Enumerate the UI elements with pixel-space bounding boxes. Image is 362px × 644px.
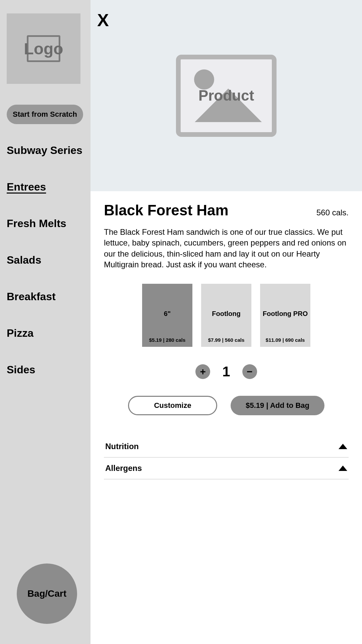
- sidebar-item-entrees[interactable]: Entrees: [7, 181, 84, 193]
- product-title: Black Forest Ham: [104, 202, 229, 219]
- size-meta: $11.09 | 690 cals: [266, 337, 305, 343]
- sidebar-item-pizza[interactable]: Pizza: [7, 327, 84, 339]
- size-name: Footlong: [201, 310, 251, 318]
- sidebar: Logo Start from Scratch Subway Series En…: [0, 0, 90, 644]
- product-description: The Black Forest Ham sandwich is one of …: [104, 227, 349, 270]
- logo-label: Logo: [24, 40, 63, 58]
- info-accordion: Nutrition Allergens: [104, 435, 349, 479]
- start-from-scratch-button[interactable]: Start from Scratch: [7, 105, 83, 124]
- accordion-allergens[interactable]: Allergens: [104, 458, 349, 479]
- accordion-label: Nutrition: [105, 442, 139, 451]
- quantity-increment-button[interactable]: +: [195, 364, 210, 379]
- size-option-footlong-pro[interactable]: Footlong PRO $11.09 | 690 cals: [260, 284, 310, 347]
- image-icon: [194, 69, 214, 90]
- action-row: Customize $5.19 | Add to Bag: [104, 396, 349, 415]
- sidebar-item-subway-series[interactable]: Subway Series: [7, 144, 84, 157]
- size-option-6inch[interactable]: 6" $5.19 | 280 cals: [142, 284, 192, 347]
- product-image-placeholder: Product: [176, 55, 277, 137]
- product-calories: 560 cals.: [316, 208, 349, 217]
- product-title-row: Black Forest Ham 560 cals.: [104, 202, 349, 219]
- size-name: 6": [142, 310, 192, 318]
- chevron-up-icon: [339, 444, 347, 449]
- size-option-footlong[interactable]: Footlong $7.99 | 560 cals: [201, 284, 251, 347]
- product-detail-panel: X Product Black Forest Ham 560 cals. The…: [90, 0, 362, 644]
- sidebar-item-sides[interactable]: Sides: [7, 364, 84, 376]
- size-meta: $5.19 | 280 cals: [149, 337, 185, 343]
- accordion-nutrition[interactable]: Nutrition: [104, 435, 349, 458]
- product-hero: X Product: [90, 0, 362, 191]
- size-meta: $7.99 | 560 cals: [208, 337, 244, 343]
- product-image-label: Product: [198, 87, 254, 104]
- chevron-up-icon: [339, 466, 347, 471]
- add-to-bag-button[interactable]: $5.19 | Add to Bag: [231, 396, 324, 415]
- quantity-value: 1: [222, 364, 230, 380]
- category-list: Subway Series Entrees Fresh Melts Salads…: [7, 144, 84, 376]
- accordion-label: Allergens: [105, 464, 142, 473]
- sidebar-item-breakfast[interactable]: Breakfast: [7, 290, 84, 303]
- quantity-stepper: + 1 −: [104, 364, 349, 380]
- cart-button[interactable]: Bag/Cart: [17, 564, 77, 624]
- quantity-decrement-button[interactable]: −: [242, 364, 257, 379]
- sidebar-item-salads[interactable]: Salads: [7, 254, 84, 266]
- close-icon[interactable]: X: [97, 10, 109, 30]
- logo-placeholder: Logo: [7, 13, 80, 84]
- sidebar-item-fresh-melts[interactable]: Fresh Melts: [7, 217, 84, 230]
- product-content: Black Forest Ham 560 cals. The Black For…: [90, 191, 362, 479]
- size-name: Footlong PRO: [260, 310, 310, 318]
- customize-button[interactable]: Customize: [128, 396, 217, 415]
- size-options: 6" $5.19 | 280 cals Footlong $7.99 | 560…: [104, 284, 349, 347]
